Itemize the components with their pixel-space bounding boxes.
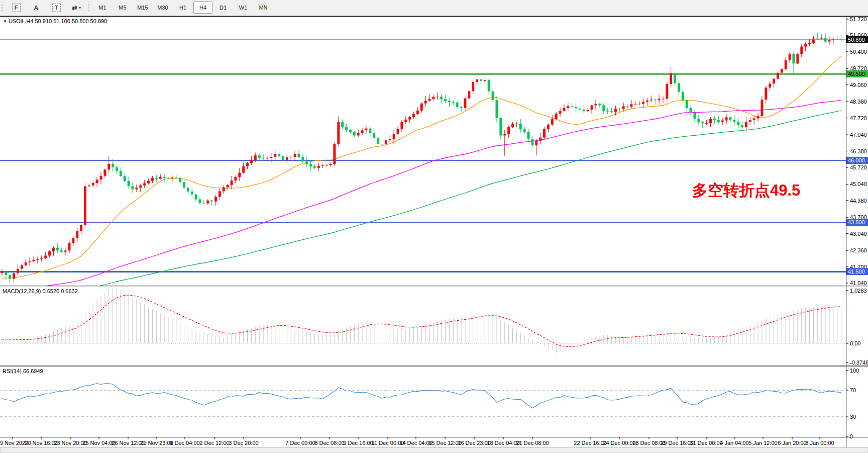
toolbar-grip-2[interactable] (88, 3, 90, 13)
text-tool-button[interactable]: T (47, 2, 66, 14)
toolbar-grip[interactable] (2, 3, 4, 13)
tf-button-m15[interactable]: M15 (133, 2, 152, 14)
symbol-dropdown-icon[interactable]: ▼ (3, 19, 7, 24)
indicator-frame-button[interactable]: F (7, 2, 26, 14)
candle-body (377, 138, 379, 144)
level-43500-badge: 43.500 (846, 219, 868, 226)
candle-body (353, 132, 356, 135)
candle-body (674, 73, 676, 83)
candle-body (626, 107, 629, 107)
candle-body (789, 54, 791, 60)
candle-body (622, 107, 625, 109)
candle-body (72, 238, 74, 243)
chart-annotation-text: 多空转折点49.5 (692, 180, 800, 201)
candle-body (436, 97, 439, 97)
tf-button-h1[interactable]: H1 (173, 2, 192, 14)
tf-button-w1[interactable]: W1 (234, 2, 253, 14)
tf-button-d1[interactable]: D1 (213, 2, 233, 14)
level-41500-badge: 41.500 (846, 268, 868, 275)
candle-body (151, 178, 154, 181)
main-price-pane[interactable] (0, 33, 846, 298)
date-label: 29 Nov 23:00 (140, 440, 173, 446)
price-axis[interactable]: 51.72051.06050.40049.72049.06048.38047.7… (846, 16, 868, 439)
candle-body (468, 91, 470, 98)
candle-body (68, 243, 70, 250)
candle-body (793, 54, 795, 63)
tf-button-m5[interactable]: M5 (113, 2, 132, 14)
candle-body (781, 69, 783, 72)
rsi-pane[interactable] (0, 384, 846, 417)
candle-body (361, 130, 364, 133)
candle-body (800, 47, 803, 54)
macd-pane[interactable] (0, 288, 846, 352)
bottom-scrollbar-strip[interactable] (0, 447, 868, 453)
chevron-down-icon: ▾ (79, 6, 81, 10)
candle-body (210, 201, 213, 202)
candle-body (40, 258, 43, 259)
candle-body (128, 181, 130, 186)
rsi-tick-label: 30 (850, 414, 856, 420)
candle-body (531, 139, 533, 145)
tf-button-m1[interactable]: M1 (93, 2, 112, 14)
ma-slow-line (2, 111, 841, 298)
candle-body (132, 186, 134, 189)
candle-body (250, 160, 253, 163)
candle-body (808, 43, 811, 44)
tf-button-mn[interactable]: MN (254, 2, 273, 14)
candle-body (373, 133, 375, 138)
candle-body (301, 157, 304, 161)
date-label: 19 Nov 2020 (0, 440, 28, 446)
candle-body (389, 139, 391, 140)
candle-body (408, 117, 411, 120)
candle-body (448, 101, 451, 102)
candle-body (25, 262, 27, 265)
candle-body (812, 39, 815, 43)
candle-body (828, 40, 830, 42)
candle-body (171, 177, 173, 178)
candle-body (159, 177, 162, 179)
date-label: 29 Dec 16:00 (661, 440, 693, 446)
candle-body (769, 83, 771, 87)
candle-body (369, 129, 371, 133)
candle-body (341, 122, 344, 127)
candle-body (428, 99, 431, 101)
macd-tick-label: -0.3748 (850, 359, 868, 366)
price-tick-label: 45.720 (850, 164, 867, 170)
candle-body (214, 197, 217, 201)
candle-body (274, 154, 276, 157)
candle-body (219, 191, 221, 197)
arrow-cursor-icon: A (34, 4, 38, 12)
candle-body (246, 163, 249, 166)
candle-body (630, 104, 632, 107)
candle-body (400, 122, 403, 129)
time-axis[interactable]: 19 Nov 202020 Nov 16:0023 Nov 20:0025 No… (0, 437, 834, 446)
candle-body (298, 154, 300, 157)
candle-body (464, 99, 466, 108)
price-tick-label: 46.380 (850, 148, 867, 154)
arrow-tool-button[interactable]: A (27, 2, 46, 14)
candle-body (191, 192, 193, 195)
price-tick-label: 42.360 (850, 247, 867, 253)
shapes-tool-button[interactable]: ⇄ ▾ (67, 2, 86, 14)
candle-body (733, 120, 735, 122)
candle-body (697, 119, 700, 122)
candle-body (420, 104, 423, 111)
candle-body (729, 117, 731, 120)
candlesticks (1, 33, 843, 283)
toolbar: F A T ⇄ ▾ M1 M5 M15 M30 H1 H4 D1 W1 MN (0, 0, 868, 16)
candle-body (96, 179, 98, 183)
candle-body (721, 121, 724, 122)
candle-body (749, 120, 751, 122)
date-label: 21 Dec 08:00 (516, 440, 549, 446)
tf-button-m30[interactable]: M30 (153, 2, 172, 14)
candle-body (713, 119, 716, 120)
candle-body (36, 259, 39, 260)
date-label: 8 Dec 08:00 (314, 440, 344, 446)
tf-button-h4[interactable]: H4 (193, 2, 212, 14)
candle-body (686, 100, 688, 108)
candle-body (567, 106, 569, 108)
candle-body (412, 114, 415, 117)
candle-body (290, 157, 292, 157)
price-chart-canvas[interactable]: 51.72051.06050.40049.72049.06048.38047.7… (0, 16, 868, 453)
candle-body (634, 104, 636, 105)
